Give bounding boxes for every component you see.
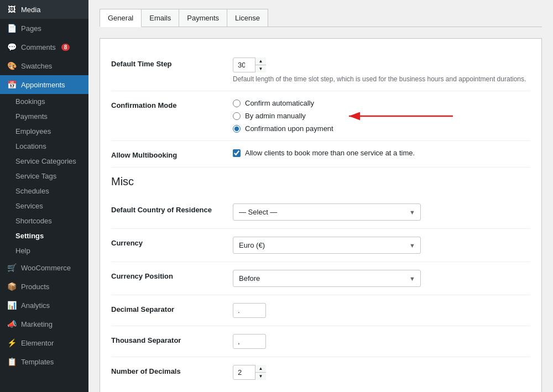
radio-upon-payment[interactable]: Confirmation upon payment (233, 124, 530, 133)
time-step-description: Default length of the time slot step, wh… (233, 75, 530, 83)
decimals-down[interactable]: ▼ (255, 373, 266, 380)
sidebar-item-media[interactable]: 🖼 Media (0, 0, 88, 19)
decimal-separator-control (233, 303, 530, 318)
currency-position-select[interactable]: Before After (233, 270, 421, 287)
sidebar-sub-service-tags[interactable]: Service Tags (0, 169, 88, 184)
multibooking-checkbox-label: Allow clients to book more than one serv… (245, 149, 415, 157)
currency-label: Currency (111, 237, 233, 247)
time-step-input-wrap: ▲ ▼ (233, 58, 266, 72)
sidebar-sub-locations[interactable]: Locations (0, 139, 88, 154)
sidebar-sub-schedules[interactable]: Schedules (0, 184, 88, 198)
currency-select[interactable]: Euro (€) US Dollar ($) British Pound (£) (233, 237, 421, 254)
thousand-separator-label: Thousand Separator (111, 334, 233, 344)
sidebar-item-swatches[interactable]: 🎨 Swatches (0, 56, 88, 75)
sidebar-item-pages[interactable]: 📄 Pages (0, 19, 88, 38)
currency-row: Currency Euro (€) US Dollar ($) British … (111, 229, 530, 262)
sidebar-item-comments[interactable]: 💬 Comments 8 (0, 38, 88, 56)
decimals-up[interactable]: ▲ (255, 365, 266, 373)
comments-badge: 8 (61, 44, 70, 51)
number-of-decimals-control: ▲ ▼ (233, 365, 530, 380)
sidebar: 🖼 Media 📄 Pages 💬 Comments 8 🎨 Swatches … (0, 0, 88, 392)
comments-icon: 💬 (7, 42, 17, 52)
sidebar-item-marketing[interactable]: 📣 Marketing (0, 315, 88, 333)
sidebar-item-woocommerce[interactable]: 🛒 WooCommerce (0, 258, 88, 277)
currency-control: Euro (€) US Dollar ($) British Pound (£)… (233, 237, 530, 254)
confirmation-mode-row: Confirmation Mode Confirm automatically … (111, 91, 530, 141)
confirmation-mode-label: Confirmation Mode (111, 99, 233, 109)
default-time-step-label: Default Time Step (111, 58, 233, 68)
sidebar-item-templates[interactable]: 📋 Templates (0, 352, 88, 371)
thousand-separator-input[interactable] (233, 334, 266, 349)
decimals-spinner: ▲ ▼ (255, 365, 266, 380)
allow-multibooking-control: Allow clients to book more than one serv… (233, 149, 530, 157)
sidebar-item-comments-label: Comments (21, 43, 56, 51)
marketing-icon: 📣 (7, 319, 17, 329)
default-country-row: Default Country of Residence — Select — … (111, 196, 530, 229)
settings-tabs: General Emails Payments License (100, 9, 542, 27)
currency-position-row: Currency Position Before After ▼ (111, 262, 530, 295)
media-icon: 🖼 (7, 4, 17, 14)
sidebar-sub-services[interactable]: Services (0, 198, 88, 213)
radio-by-admin[interactable]: By admin manually (233, 112, 306, 120)
main-content: General Emails Payments License Default … (88, 0, 553, 392)
default-country-control: — Select — ▼ (233, 203, 530, 221)
sidebar-item-pages-label: Pages (21, 24, 41, 33)
swatches-icon: 🎨 (7, 61, 17, 71)
currency-position-control: Before After ▼ (233, 270, 530, 287)
default-country-select[interactable]: — Select — (233, 203, 421, 221)
radio-auto-label: Confirm automatically (245, 99, 314, 107)
sidebar-item-products[interactable]: 📦 Products (0, 277, 88, 296)
tab-general[interactable]: General (100, 9, 142, 27)
pages-icon: 📄 (7, 23, 17, 33)
templates-icon: 📋 (7, 357, 17, 367)
number-of-decimals-row: Number of Decimals ▲ ▼ (111, 357, 530, 388)
sidebar-item-appointments-label: Appointments (21, 81, 65, 89)
allow-multibooking-row: Allow Multibooking Allow clients to book… (111, 141, 530, 168)
sidebar-sub-service-categories[interactable]: Service Categories (0, 154, 88, 169)
radio-auto-input[interactable] (233, 100, 241, 107)
sidebar-sub-shortcodes[interactable]: Shortcodes (0, 213, 88, 228)
number-of-decimals-label: Number of Decimals (111, 365, 233, 375)
radio-payment-label: Confirmation upon payment (245, 124, 333, 133)
currency-select-wrap: Euro (€) US Dollar ($) British Pound (£)… (233, 237, 421, 254)
currency-position-select-wrap: Before After ▼ (233, 270, 421, 287)
tab-license[interactable]: License (227, 9, 268, 27)
sidebar-sub-settings[interactable]: Settings (0, 228, 88, 243)
confirmation-radio-group: Confirm automatically By admin manually (233, 99, 530, 133)
tab-emails[interactable]: Emails (141, 9, 179, 27)
analytics-icon: 📊 (7, 300, 17, 310)
misc-heading: Misc (111, 168, 530, 194)
radio-payment-input[interactable] (233, 125, 241, 133)
sidebar-sub-help[interactable]: Help (0, 243, 88, 258)
elementor-icon: ⚡ (7, 338, 17, 348)
appointments-icon: 📅 (7, 80, 17, 90)
sidebar-sub-payments[interactable]: Payments (0, 109, 88, 124)
sidebar-sub-employees[interactable]: Employees (0, 124, 88, 139)
decimals-input-wrap: ▲ ▼ (233, 365, 266, 380)
thousand-separator-control (233, 334, 530, 349)
sidebar-item-appointments[interactable]: 📅 Appointments (0, 75, 88, 94)
sidebar-item-analytics[interactable]: 📊 Analytics (0, 296, 88, 315)
sidebar-item-elementor[interactable]: ⚡ Elementor (0, 333, 88, 352)
woocommerce-icon: 🛒 (7, 263, 17, 273)
tab-payments[interactable]: Payments (179, 9, 227, 27)
multibooking-checkbox[interactable] (233, 149, 241, 157)
sidebar-sub-bookings[interactable]: Bookings (0, 94, 88, 109)
radio-manual-input[interactable] (233, 112, 241, 120)
time-step-down[interactable]: ▼ (255, 65, 266, 72)
products-icon: 📦 (7, 281, 17, 291)
time-step-spinner: ▲ ▼ (255, 58, 266, 72)
thousand-separator-row: Thousand Separator (111, 326, 530, 357)
sidebar-item-swatches-label: Swatches (21, 62, 52, 70)
radio-confirm-automatically[interactable]: Confirm automatically (233, 99, 530, 107)
currency-position-label: Currency Position (111, 270, 233, 280)
allow-multibooking-label: Allow Multibooking (111, 149, 233, 159)
decimal-separator-input[interactable] (233, 303, 266, 318)
default-country-select-wrap: — Select — ▼ (233, 203, 421, 221)
red-arrow-annotation (343, 107, 454, 125)
multibooking-checkbox-item[interactable]: Allow clients to book more than one serv… (233, 149, 530, 157)
radio-admin-manually-wrap: By admin manually (233, 112, 530, 120)
settings-content: General Emails Payments License Default … (88, 0, 553, 392)
radio-manual-label: By admin manually (245, 112, 306, 120)
time-step-up[interactable]: ▲ (255, 58, 266, 65)
